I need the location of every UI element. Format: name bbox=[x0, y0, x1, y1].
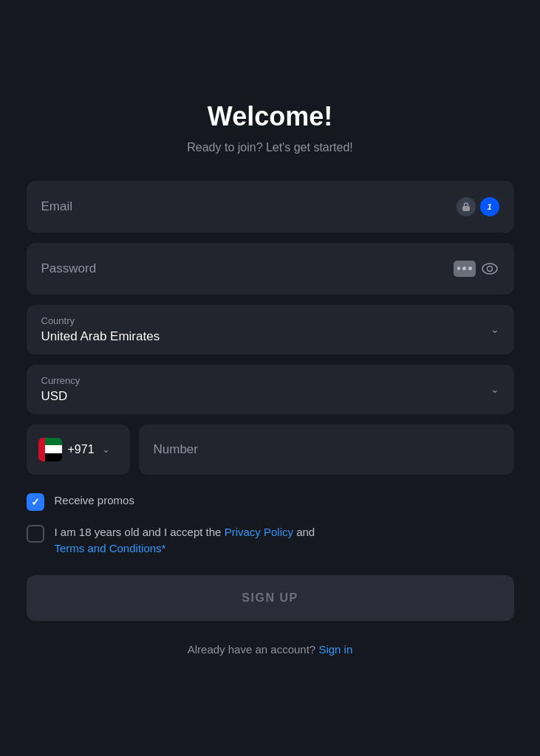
receive-promos-label: Receive promos bbox=[55, 492, 134, 509]
signup-container: Welcome! Ready to join? Let's get starte… bbox=[27, 101, 514, 656]
receive-promos-checkbox[interactable]: ✓ bbox=[27, 493, 44, 511]
phone-number-input[interactable] bbox=[154, 442, 499, 457]
phone-number-wrapper bbox=[139, 425, 514, 475]
email-form-group: 1 bbox=[27, 181, 514, 233]
age-terms-label: I am 18 years old and I accept the Priva… bbox=[55, 524, 315, 557]
phone-row: +971 ⌄ bbox=[27, 425, 514, 475]
currency-value: USD bbox=[41, 389, 499, 404]
checkmark-icon: ✓ bbox=[31, 496, 40, 508]
svg-rect-0 bbox=[462, 206, 470, 211]
currency-form-group: Currency USD ⌄ bbox=[27, 365, 514, 414]
password-input-wrapper bbox=[27, 243, 514, 295]
phone-code-text: +971 bbox=[68, 443, 95, 456]
phone-code-selector[interactable]: +971 ⌄ bbox=[27, 425, 130, 475]
signin-prompt: Already have an account? bbox=[188, 643, 315, 656]
svg-point-2 bbox=[487, 266, 492, 271]
checkboxes-section: ✓ Receive promos I am 18 years old and I… bbox=[27, 492, 514, 557]
password-form-group bbox=[27, 243, 514, 295]
age-terms-checkbox[interactable] bbox=[27, 525, 44, 543]
country-chevron-icon: ⌄ bbox=[491, 323, 499, 335]
svg-point-1 bbox=[482, 264, 497, 274]
country-value: United Arab Emirates bbox=[41, 329, 499, 344]
page-subtitle: Ready to join? Let's get started! bbox=[187, 141, 353, 154]
phone-chevron-icon: ⌄ bbox=[102, 444, 110, 455]
age-accept-text: I am 18 years old and I accept the bbox=[55, 526, 222, 538]
and-text: and bbox=[296, 526, 315, 538]
signin-link[interactable]: Sign in bbox=[318, 643, 352, 656]
email-input[interactable] bbox=[41, 199, 457, 214]
asterisk: * bbox=[162, 542, 166, 554]
email-icons: 1 bbox=[457, 197, 499, 216]
eye-icon[interactable] bbox=[480, 259, 499, 278]
onepassword-icon[interactable]: 1 bbox=[480, 197, 499, 216]
password-dots-icon bbox=[454, 261, 476, 277]
privacy-policy-link[interactable]: Privacy Policy bbox=[225, 526, 293, 538]
country-select[interactable]: Country United Arab Emirates ⌄ bbox=[27, 305, 514, 354]
signup-button[interactable]: SIGN UP bbox=[27, 575, 514, 621]
age-terms-row: I am 18 years old and I accept the Priva… bbox=[27, 524, 514, 557]
password-icons bbox=[454, 259, 499, 278]
email-input-wrapper: 1 bbox=[27, 181, 514, 233]
uae-flag-icon bbox=[38, 438, 62, 461]
signin-section: Already have an account? Sign in bbox=[188, 643, 353, 656]
currency-label: Currency bbox=[41, 375, 499, 386]
terms-conditions-link[interactable]: Terms and Conditions* bbox=[55, 542, 166, 554]
receive-promos-row: ✓ Receive promos bbox=[27, 492, 514, 511]
password-input[interactable] bbox=[41, 261, 454, 276]
page-title: Welcome! bbox=[208, 101, 332, 132]
currency-select[interactable]: Currency USD ⌄ bbox=[27, 365, 514, 414]
country-form-group: Country United Arab Emirates ⌄ bbox=[27, 305, 514, 354]
lock-icon bbox=[457, 197, 476, 216]
currency-chevron-icon: ⌄ bbox=[491, 383, 499, 395]
country-label: Country bbox=[41, 315, 499, 326]
